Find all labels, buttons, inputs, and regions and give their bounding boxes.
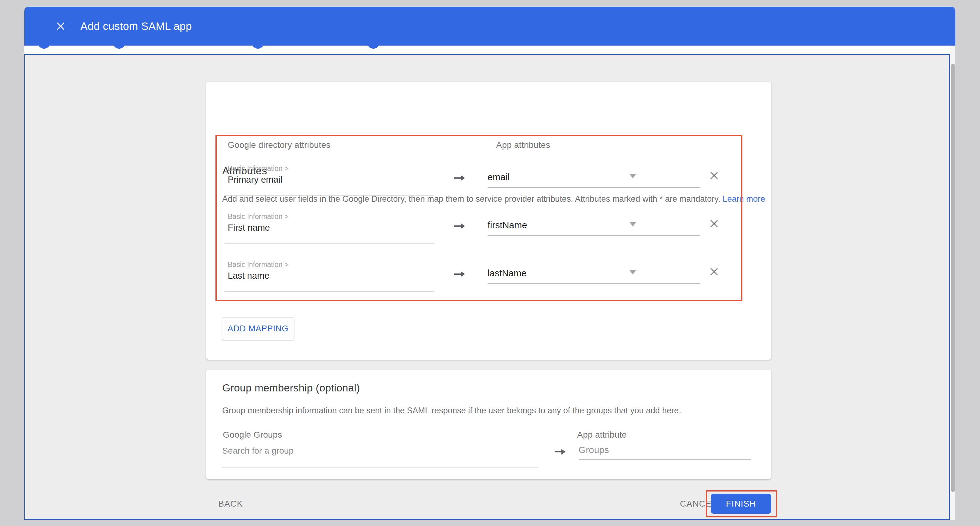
directory-category-label: Basic Information > [228, 261, 289, 269]
group-card-description: Group membership information can be sent… [222, 406, 681, 416]
add-mapping-label: ADD MAPPING [228, 324, 289, 333]
app-attribute-input[interactable] [488, 265, 700, 282]
group-search-underline [222, 467, 538, 467]
select-underline [224, 291, 434, 292]
input-underline [488, 187, 700, 188]
arrow-right-icon [453, 270, 466, 279]
dialog-header: Add custom SAML app [24, 7, 955, 46]
group-app-attribute-header: App attribute [577, 430, 627, 440]
finish-button[interactable]: FINISH [711, 494, 771, 514]
group-card-title: Group membership (optional) [222, 382, 360, 394]
app-attribute-input[interactable] [488, 217, 700, 233]
mapping-row: Basic Information > Primary email [206, 155, 771, 201]
directory-category-label: Basic Information > [228, 212, 289, 221]
delete-mapping-icon[interactable] [708, 170, 720, 181]
app-attribute-input[interactable] [488, 169, 700, 185]
arrow-right-icon [554, 448, 566, 457]
group-app-attribute-input[interactable] [579, 445, 749, 455]
add-mapping-button[interactable]: ADD MAPPING [222, 317, 294, 340]
select-underline [224, 243, 434, 244]
directory-category-label: Basic Information > [228, 164, 289, 173]
arrow-right-icon [453, 222, 466, 231]
directory-attribute-select[interactable]: First name [228, 223, 270, 233]
group-app-attribute-underline [579, 459, 751, 460]
group-search-input[interactable] [222, 446, 536, 456]
google-groups-header: Google Groups [223, 430, 282, 440]
select-underline [224, 195, 434, 196]
close-icon[interactable] [51, 17, 70, 35]
input-underline [488, 283, 700, 284]
mapping-row: Basic Information > Last name [206, 251, 771, 298]
directory-attribute-select[interactable]: Primary email [228, 175, 282, 185]
attributes-card: Attributes Add and select user fields in… [206, 81, 771, 360]
directory-attributes-header: Google directory attributes [228, 140, 331, 150]
input-underline [488, 235, 700, 236]
arrow-right-icon [453, 174, 466, 183]
delete-mapping-icon[interactable] [708, 266, 720, 277]
stepper-strip [24, 46, 955, 54]
scrollbar-thumb[interactable] [951, 64, 955, 492]
close-icon-glyph [56, 21, 66, 32]
add-custom-saml-app-dialog: Add custom SAML app Attributes Add and s… [0, 0, 980, 526]
app-attributes-header: App attributes [496, 140, 550, 150]
group-membership-card: Group membership (optional) Group member… [206, 370, 771, 479]
dialog-title: Add custom SAML app [80, 20, 192, 32]
delete-mapping-icon[interactable] [708, 218, 720, 229]
back-button[interactable]: BACK [218, 499, 243, 509]
directory-attribute-select[interactable]: Last name [228, 271, 269, 281]
mapping-row: Basic Information > First name [206, 203, 771, 249]
